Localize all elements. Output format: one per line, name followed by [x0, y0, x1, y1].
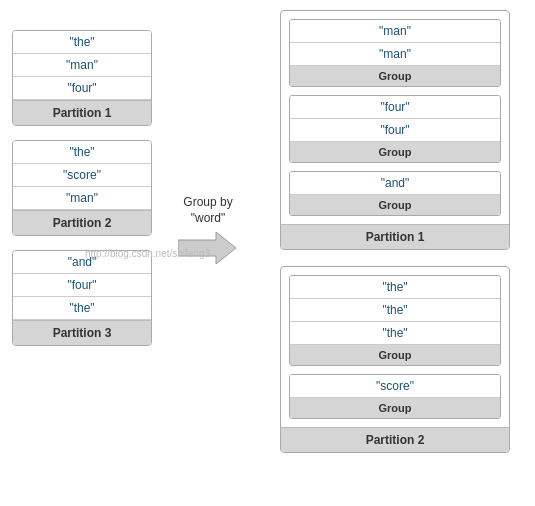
right-group-2-1: "the" "the" "the" Group [289, 275, 501, 366]
partition-1-row-2: "man" [13, 54, 151, 77]
right-group-2-2: "score" Group [289, 374, 501, 419]
partition-3-label: Partition 3 [13, 320, 151, 345]
left-section: "the" "man" "four" Partition 1 "the" "sc… [12, 30, 152, 346]
arrow-label: Group by "word" [183, 195, 232, 226]
right-group-1-2: "four" "four" Group [289, 95, 501, 163]
right-group-1-1-row-2: "man" [290, 43, 500, 66]
right-group-1-2-footer: Group [290, 142, 500, 162]
partition-2-row-3: "man" [13, 187, 151, 210]
right-group-1-2-row-2: "four" [290, 119, 500, 142]
right-group-1-3: "and" Group [289, 171, 501, 216]
left-partition-3: "and" "four" "the" Partition 3 [12, 250, 152, 346]
right-group-1-1-footer: Group [290, 66, 500, 86]
partition-3-row-2: "four" [13, 274, 151, 297]
partition-2-label: Partition 2 [13, 210, 151, 235]
partition-3-row-3: "the" [13, 297, 151, 320]
right-partition-2: "the" "the" "the" Group "score" Group Pa… [280, 266, 510, 453]
left-partition-1: "the" "man" "four" Partition 1 [12, 30, 152, 126]
right-group-1-3-row-1: "and" [290, 172, 500, 195]
right-section: "man" "man" Group "four" "four" Group "a… [280, 10, 510, 453]
right-group-2-1-row-3: "the" [290, 322, 500, 345]
partition-1-label: Partition 1 [13, 100, 151, 125]
watermark: http://blog.csdn.net/shifeng3 [85, 248, 210, 259]
right-group-1-3-footer: Group [290, 195, 500, 215]
right-partition-1: "man" "man" Group "four" "four" Group "a… [280, 10, 510, 250]
right-partition-1-label: Partition 1 [281, 224, 509, 249]
partition-2-row-2: "score" [13, 164, 151, 187]
right-partition-2-label: Partition 2 [281, 427, 509, 452]
right-group-1-1: "man" "man" Group [289, 19, 501, 87]
right-group-2-2-footer: Group [290, 398, 500, 418]
right-group-2-1-row-1: "the" [290, 276, 500, 299]
right-group-2-2-row-1: "score" [290, 375, 500, 398]
partition-1-row-1: "the" [13, 31, 151, 54]
left-partition-2: "the" "score" "man" Partition 2 [12, 140, 152, 236]
diagram: "the" "man" "four" Partition 1 "the" "sc… [0, 0, 535, 506]
right-group-1-1-row-1: "man" [290, 20, 500, 43]
partition-1-row-3: "four" [13, 77, 151, 100]
partition-2-row-1: "the" [13, 141, 151, 164]
right-group-2-1-footer: Group [290, 345, 500, 365]
right-group-1-2-row-1: "four" [290, 96, 500, 119]
right-group-2-1-row-2: "the" [290, 299, 500, 322]
